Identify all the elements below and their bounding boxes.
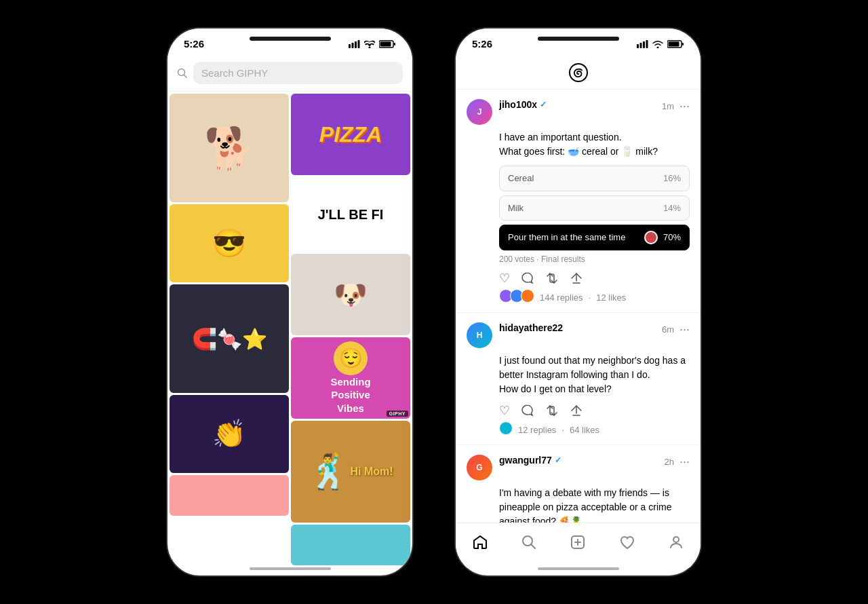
time-jiho: 1m [662,101,674,111]
giphy-search-bar[interactable]: Search GIPHY [167,55,412,92]
post-jiho: J jiho100x ✓ 1m ··· [456,90,701,313]
emoji-face: 😌 [334,341,368,375]
more-hidaya[interactable]: ··· [679,322,690,337]
threads-status-bar: 5:26 [456,29,701,55]
girl-image: 😎 [212,227,246,259]
post-jiho-header: J jiho100x ✓ 1m ··· [467,99,690,125]
svg-rect-12 [643,41,645,48]
nav-profile[interactable] [660,530,692,554]
repost-button-jiho[interactable] [545,271,559,285]
gif-magnets[interactable]: 🧲🍬⭐ [170,284,289,393]
nav-home[interactable] [464,530,496,554]
svg-point-22 [673,537,679,542]
share-button-jiho[interactable] [570,271,583,285]
like-button-hidaya[interactable]: ♡ [499,403,510,418]
pom-image: 🐶 [334,279,368,311]
nav-heart[interactable] [611,530,644,554]
battery-icon [379,40,396,48]
avatar-gwang: G [467,455,492,480]
comment-button-hidaya[interactable] [521,404,534,417]
time-gwang: 2h [665,457,674,467]
poll-option-both[interactable]: Pour them in at the same time 70% [499,225,690,250]
avatar-hidaya: H [467,322,492,348]
gif-bottom1[interactable] [170,475,289,516]
notch [250,37,331,41]
gif-vibes[interactable]: 😌 SendingPositiveVibes GIPHY [291,337,410,419]
nav-search[interactable] [513,530,545,554]
threads-status-icons [637,40,684,48]
gif-jll[interactable]: J'LL BE FI [291,177,410,252]
post-hidaya-actions: ♡ [499,403,690,418]
post-gwang: G gwangurl77 ✓ 2h ··· [456,445,701,523]
gif-pom[interactable]: 🐶 [291,254,410,335]
gif-himom[interactable]: 🕺 Hi Mom! [291,421,410,523]
man-image: 🕺 [308,452,350,491]
threads-feed: J jiho100x ✓ 1m ··· [456,90,701,523]
poll-options: Cereal 16% Milk 14% Pour them in at the … [499,166,690,250]
svg-rect-17 [682,43,684,45]
svg-point-4 [369,46,371,48]
post-jiho-meta: jiho100x ✓ 1m ··· [499,99,690,113]
verified-jiho: ✓ [540,100,547,109]
bottom-nav [456,523,701,568]
giphy-watermark: GIPHY [387,411,408,417]
giphy-status-icons [349,40,396,48]
time-hidaya: 6m [662,324,674,335]
svg-rect-0 [349,44,351,48]
poll-meta: 200 votes · Final results [499,254,690,264]
threads-wifi-icon [652,40,663,48]
gif-bottom2[interactable] [291,525,410,565]
gif-grid: 🐕 😎 🧲🍬⭐ 👏 PIZZA J'LL BE [167,92,412,577]
post-jiho-stats: 144 replies · 12 likes [540,292,626,303]
gif-column-2: PIZZA J'LL BE FI 🐶 😌 SendingPositiveVibe… [291,94,410,577]
svg-rect-2 [355,41,357,48]
threads-status-time: 5:26 [472,38,492,50]
comment-button-jiho[interactable] [521,271,534,285]
post-hidaya-body: I just found out that my neighbor's dog … [499,354,690,396]
dog-image: 🐕 [204,124,255,172]
threads-battery-icon [667,40,684,48]
repost-button-hidaya[interactable] [545,404,559,417]
more-jiho[interactable]: ··· [679,99,690,113]
threads-phone: 5:26 [454,27,702,577]
threads-logo [568,62,589,83]
vibes-text: SendingPositiveVibes [330,375,370,415]
svg-rect-7 [394,43,395,45]
threads-header [456,55,701,90]
svg-rect-10 [637,44,639,48]
gif-dog[interactable]: 🐕 [170,94,289,202]
svg-point-14 [657,46,659,48]
jll-text: J'LL BE FI [318,207,384,223]
gif-column-1: 🐕 😎 🧲🍬⭐ 👏 [170,94,289,577]
magnets-image: 🧲🍬⭐ [192,327,267,351]
gif-girl[interactable]: 😎 [170,204,289,282]
threads-content: J jiho100x ✓ 1m ··· [456,55,701,568]
post-jiho-body: I have an important question. What goes … [499,130,690,250]
svg-rect-1 [352,43,354,48]
post-hidaya-meta: hidayathere22 6m ··· [499,322,690,337]
gif-woman[interactable]: 👏 [170,395,289,473]
gif-pizza[interactable]: PIZZA [291,94,410,175]
threads-notch [538,37,619,41]
more-gwang[interactable]: ··· [679,455,690,469]
username-jiho: jiho100x ✓ [499,99,547,110]
share-button-hidaya[interactable] [570,404,583,417]
svg-rect-3 [358,40,360,48]
svg-point-18 [570,64,587,81]
username-gwang: gwangurl77 ✓ [499,455,561,466]
giphy-phone: 5:26 [166,27,414,577]
search-input[interactable]: Search GIPHY [193,62,403,84]
home-indicator [250,567,331,570]
svg-rect-11 [640,43,642,48]
post-hidaya-stats: 12 replies · 64 likes [518,425,599,435]
threads-signal-icon [637,40,648,48]
verified-gwang: ✓ [555,455,561,465]
nav-compose[interactable] [561,530,594,554]
poll-option-cereal[interactable]: Cereal 16% [499,166,690,191]
svg-rect-6 [380,41,391,46]
poll-option-milk[interactable]: Milk 14% [499,195,690,221]
post-hidaya: H hidayathere22 6m ··· I just fo [456,313,701,445]
username-hidaya: hidayathere22 [499,322,563,333]
like-button-jiho[interactable]: ♡ [499,271,510,286]
giphy-status-bar: 5:26 [167,29,412,55]
